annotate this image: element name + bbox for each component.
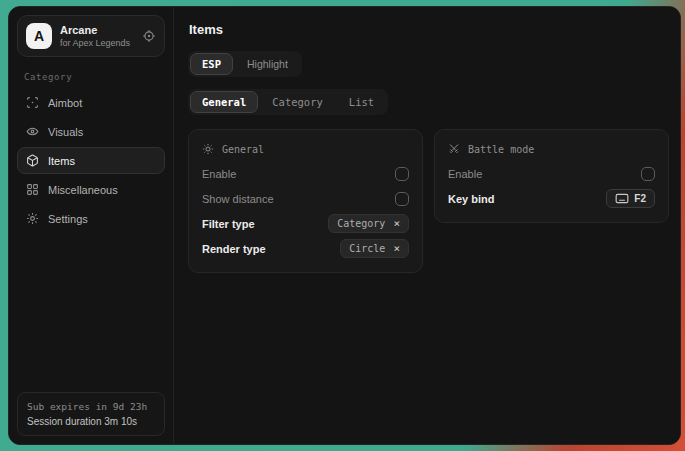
crosshair-icon	[26, 96, 39, 109]
sidebar-nav: Aimbot Visuals Items	[17, 89, 165, 232]
setting-row-enable: Enable	[202, 161, 409, 186]
tab-general[interactable]: General	[190, 91, 258, 113]
setting-row-show-distance: Show distance	[202, 186, 409, 211]
setting-label: Key bind	[448, 193, 494, 205]
tab-esp[interactable]: ESP	[190, 53, 233, 75]
brand-card: A Arcane for Apex Legends	[17, 15, 165, 57]
sidebar-item-label: Settings	[48, 213, 88, 225]
setting-label: Show distance	[202, 193, 274, 205]
sidebar-item-miscellaneous[interactable]: Miscellaneous	[17, 176, 165, 203]
target-icon[interactable]	[142, 29, 156, 43]
render-type-value: Circle	[349, 243, 385, 254]
sidebar-item-aimbot[interactable]: Aimbot	[17, 89, 165, 116]
general-card: General Enable Show distance Filter type…	[188, 129, 423, 273]
battle-enable-checkbox[interactable]	[641, 167, 655, 181]
sidebar-item-label: Aimbot	[48, 97, 82, 109]
remove-icon[interactable]: ×	[393, 218, 400, 229]
general-card-title: General	[222, 144, 264, 155]
settings-cards: General Enable Show distance Filter type…	[188, 129, 669, 273]
app-logo: A	[26, 23, 52, 49]
setting-label: Filter type	[202, 218, 255, 230]
sidebar-item-settings[interactable]: Settings	[17, 205, 165, 232]
setting-row-key-bind: Key bind F2	[448, 186, 655, 211]
general-card-header: General	[202, 143, 409, 155]
brand-text: Arcane for Apex Legends	[60, 24, 130, 48]
key-bind-value: F2	[634, 193, 646, 204]
keyboard-icon	[615, 193, 629, 204]
sidebar-item-label: Items	[48, 155, 75, 167]
setting-row-render-type: Render type Circle ×	[202, 236, 409, 261]
tab-highlight[interactable]: Highlight	[235, 53, 300, 75]
swords-icon	[448, 143, 460, 155]
sub-tab-group: General Category List	[188, 89, 388, 115]
app-window: A Arcane for Apex Legends Category	[8, 6, 681, 445]
key-bind-button[interactable]: F2	[606, 189, 655, 208]
render-type-tag[interactable]: Circle ×	[340, 239, 409, 258]
gear-icon	[26, 212, 39, 225]
package-icon	[26, 154, 39, 167]
filter-type-value: Category	[337, 218, 385, 229]
show-distance-checkbox[interactable]	[395, 192, 409, 206]
setting-row-filter-type: Filter type Category ×	[202, 211, 409, 236]
sidebar-item-label: Miscellaneous	[48, 184, 118, 196]
setting-label: Enable	[448, 168, 482, 180]
sun-icon	[202, 143, 214, 155]
battle-mode-card-header: Battle mode	[448, 143, 655, 155]
enable-checkbox[interactable]	[395, 167, 409, 181]
grid-icon	[26, 183, 39, 196]
brand-title: Arcane	[60, 24, 130, 36]
tab-category[interactable]: Category	[260, 91, 335, 113]
brand-subtitle: for Apex Legends	[60, 38, 130, 48]
remove-icon[interactable]: ×	[393, 243, 400, 254]
mode-tab-group: ESP Highlight	[188, 51, 302, 77]
sub-expires-text: Sub expires in 9d 23h	[27, 401, 155, 412]
sidebar-item-visuals[interactable]: Visuals	[17, 118, 165, 145]
sidebar: A Arcane for Apex Legends Category	[9, 7, 174, 444]
page-title: Items	[189, 22, 669, 37]
subscription-info-card: Sub expires in 9d 23h Session duration 3…	[17, 392, 165, 436]
sidebar-section-label: Category	[24, 72, 158, 82]
filter-type-tag[interactable]: Category ×	[328, 214, 409, 233]
tab-list[interactable]: List	[337, 91, 386, 113]
setting-label: Render type	[202, 243, 266, 255]
setting-row-battle-enable: Enable	[448, 161, 655, 186]
battle-mode-card-title: Battle mode	[468, 144, 534, 155]
battle-mode-card: Battle mode Enable Key bind	[434, 129, 669, 223]
sidebar-item-label: Visuals	[48, 126, 83, 138]
session-duration-text: Session duration 3m 10s	[27, 416, 155, 427]
main-content: Items ESP Highlight General Category Lis…	[174, 7, 681, 444]
setting-label: Enable	[202, 168, 236, 180]
eye-icon	[26, 125, 39, 138]
sidebar-item-items[interactable]: Items	[17, 147, 165, 174]
